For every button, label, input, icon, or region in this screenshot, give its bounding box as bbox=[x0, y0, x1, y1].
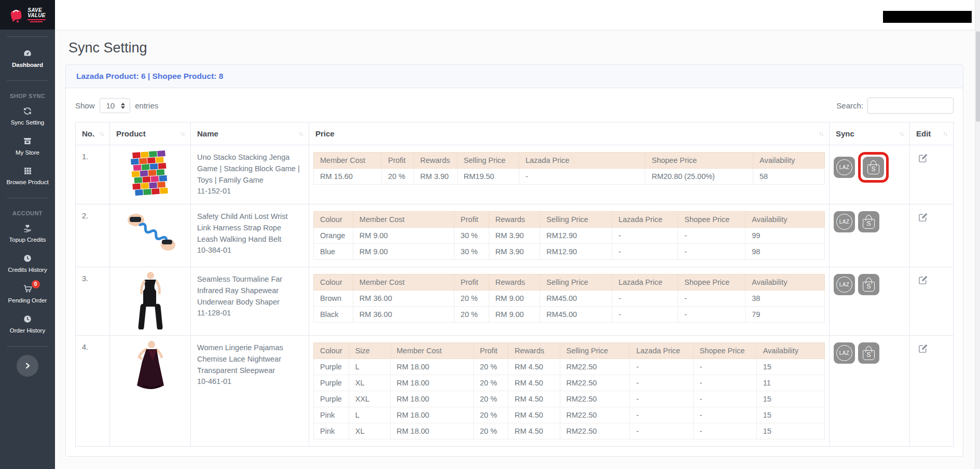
show-label: Show bbox=[75, 101, 95, 110]
price-value-cell: RM45.00 bbox=[540, 291, 612, 307]
price-value-cell: RM12.90 bbox=[540, 228, 612, 244]
lazada-sync-button[interactable]: LAZ bbox=[834, 157, 855, 178]
sidebar-item-dashboard[interactable]: Dashboard bbox=[0, 44, 55, 74]
price-value-cell: RM 36.00 bbox=[353, 307, 454, 323]
price-cell: ColourMember CostProfitRewardsSelling Pr… bbox=[309, 267, 830, 336]
price-row: PinkLRM 18.0020 %RM 4.50RM22.50--15 bbox=[314, 407, 825, 423]
vertical-scrollbar[interactable] bbox=[975, 0, 980, 469]
product-code: 10-384-01 bbox=[197, 245, 302, 256]
price-value-cell: Purple bbox=[314, 375, 349, 391]
price-value-cell: Pink bbox=[314, 423, 349, 439]
price-value-cell: RM20.80 (25.00%) bbox=[645, 169, 753, 185]
shopee-sync-button[interactable]: S bbox=[858, 342, 879, 364]
price-column-header: Rewards bbox=[489, 274, 540, 291]
header-no[interactable]: No.↑↓ bbox=[76, 122, 110, 145]
sort-icon[interactable]: ↑↓ bbox=[99, 130, 103, 137]
sidebar-item-sync-setting[interactable]: Sync Setting bbox=[0, 101, 55, 131]
price-row: BlackRM 36.0020 %RM 9.00RM45.00--79 bbox=[314, 307, 825, 323]
price-value-cell: 20 % bbox=[474, 359, 508, 375]
price-subtable-header-row: ColourMember CostProfitRewardsSelling Pr… bbox=[314, 212, 825, 228]
price-column-header: Selling Price bbox=[560, 343, 630, 359]
price-value-cell: RM 9.00 bbox=[489, 291, 540, 307]
price-column-header: Lazada Price bbox=[519, 153, 645, 169]
lazada-icon: LAZ bbox=[836, 214, 852, 230]
price-value-cell: 30 % bbox=[454, 228, 489, 244]
sidebar-item-my-store[interactable]: My Store bbox=[0, 131, 55, 161]
header-edit[interactable]: Edit↑↓ bbox=[910, 122, 954, 145]
price-value-cell: Purple bbox=[314, 359, 349, 375]
product-name-cell: Safety Child Anti Lost Wrist Link Harnes… bbox=[191, 204, 309, 267]
price-row: PurpleLRM 18.0020 %RM 4.50RM22.50--15 bbox=[314, 359, 825, 375]
price-value-cell: 15 bbox=[756, 391, 824, 407]
price-value-cell: RM 18.00 bbox=[390, 407, 474, 423]
header-sync[interactable]: Sync↑↓ bbox=[830, 122, 910, 145]
sync-cell: LAZ S bbox=[830, 267, 910, 336]
page-size-select[interactable]: 10 bbox=[100, 98, 131, 113]
price-value-cell: Purple bbox=[314, 391, 349, 407]
lazada-sync-button[interactable]: LAZ bbox=[834, 274, 855, 295]
sort-icon[interactable]: ↑↓ bbox=[180, 130, 184, 137]
sidebar-item-topup-credits[interactable]: Topup Credits bbox=[0, 218, 55, 249]
lazada-sync-button[interactable]: LAZ bbox=[834, 211, 855, 232]
price-value-cell: RM 3.90 bbox=[489, 244, 540, 260]
price-value-cell: 20 % bbox=[474, 407, 508, 423]
sidebar-item-credits-history[interactable]: Credits History bbox=[0, 249, 55, 279]
shopee-bag-icon: S bbox=[867, 164, 879, 174]
edit-icon[interactable] bbox=[918, 343, 928, 353]
price-value-cell: RM 4.50 bbox=[508, 423, 560, 439]
shopee-sync-button[interactable]: S bbox=[858, 274, 879, 295]
store-icon bbox=[23, 136, 32, 146]
sidebar-item-browse-product[interactable]: Browse Product bbox=[0, 161, 55, 191]
sidebar-collapse-button[interactable] bbox=[17, 355, 38, 377]
price-value-cell: - bbox=[612, 291, 678, 307]
scrollbar-thumb[interactable] bbox=[976, 31, 980, 122]
shopee-bag-icon: S bbox=[863, 282, 875, 292]
price-value-cell: - bbox=[693, 391, 756, 407]
row-number: 2. bbox=[76, 204, 110, 267]
header-name[interactable]: Name↑↓ bbox=[191, 122, 309, 145]
price-row: PurpleXLRM 18.0020 %RM 4.50RM22.50--11 bbox=[314, 375, 825, 391]
price-value-cell: RM22.50 bbox=[560, 391, 630, 407]
price-value-cell: RM22.50 bbox=[560, 407, 630, 423]
header-product[interactable]: Product↑↓ bbox=[110, 122, 191, 145]
shopee-sync-button[interactable]: S bbox=[863, 157, 884, 178]
clock-icon bbox=[23, 254, 32, 263]
content-area: Sync Setting Lazada Product: 6 | Shopee … bbox=[55, 30, 980, 457]
sort-icon[interactable]: ↑↓ bbox=[899, 130, 903, 137]
price-row: OrangeRM 9.0030 %RM 3.90RM12.90--99 bbox=[314, 228, 825, 244]
entries-label: entries bbox=[135, 101, 158, 110]
product-name-cell: Seamless Tourmaline Far Infrared Ray Sha… bbox=[191, 267, 309, 336]
price-value-cell: 98 bbox=[746, 244, 825, 260]
price-value-cell: RM22.50 bbox=[560, 359, 630, 375]
sort-icon[interactable]: ↑↓ bbox=[943, 130, 947, 137]
price-subtable: ColourMember CostProfitRewardsSelling Pr… bbox=[313, 274, 825, 323]
price-column-header: Availability bbox=[746, 274, 825, 291]
product-name: Women Lingerie Pajamas Chemise Lace Nigh… bbox=[197, 342, 302, 376]
price-value-cell: - bbox=[693, 375, 756, 391]
price-column-header: Lazada Price bbox=[630, 343, 693, 359]
highlight-annotation: S bbox=[858, 152, 889, 183]
price-value-cell: - bbox=[612, 244, 678, 260]
search-input[interactable] bbox=[867, 98, 954, 114]
edit-icon[interactable] bbox=[918, 275, 928, 285]
product-name-cell: Women Lingerie Pajamas Chemise Lace Nigh… bbox=[191, 336, 309, 447]
edit-cell bbox=[910, 267, 954, 336]
dashboard-gauge-icon bbox=[23, 49, 32, 58]
brand-logo[interactable]: SAVE VALUE bbox=[0, 0, 55, 30]
shopee-sync-button[interactable]: S bbox=[858, 211, 879, 232]
sort-icon[interactable]: ↑↓ bbox=[298, 130, 302, 137]
sidebar-item-pending-order[interactable]: 0 Pending Order bbox=[0, 279, 55, 309]
price-value-cell: 38 bbox=[746, 291, 825, 307]
edit-cell bbox=[910, 204, 954, 267]
price-value-cell: RM 9.00 bbox=[489, 307, 540, 323]
product-image-wrist-strap bbox=[125, 209, 176, 255]
sidebar-item-label: Credits History bbox=[8, 267, 47, 273]
sidebar-item-order-history[interactable]: Order History bbox=[0, 309, 55, 339]
edit-icon[interactable] bbox=[918, 153, 928, 163]
edit-icon[interactable] bbox=[918, 212, 928, 222]
header-price[interactable]: Price↑↓ bbox=[309, 122, 830, 145]
lazada-sync-button[interactable]: LAZ bbox=[834, 342, 855, 364]
lazada-icon: LAZ bbox=[836, 345, 852, 361]
price-column-header: Selling Price bbox=[540, 274, 612, 291]
sort-icon[interactable]: ↑↓ bbox=[819, 130, 823, 137]
